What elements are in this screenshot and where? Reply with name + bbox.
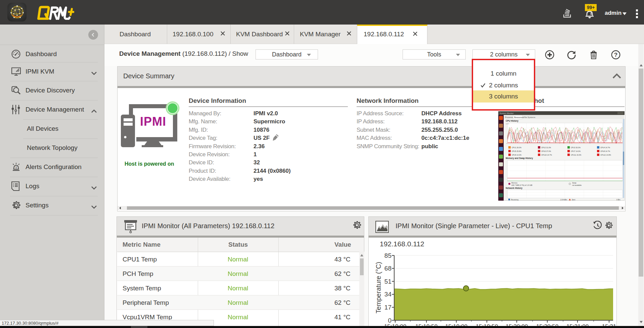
svg-text:File Systems: File Systems [524,116,535,118]
svg-text:85: 85 [384,252,392,259]
svg-text:17: 17 [384,304,392,311]
svg-text:106.7 MiB (2.7%) of 1.9 GiB: 106.7 MiB (2.7%) of 1.9 GiB [511,184,533,186]
svg-text:0 B/s: 0 B/s [616,199,620,201]
svg-text:68: 68 [384,265,392,272]
svg-text:CPU History: CPU History [506,120,518,122]
svg-text:Memory: Memory [511,182,518,184]
svg-text:Receiving: Receiving [511,199,518,201]
svg-text:?: ? [614,52,617,58]
svg-text:CPU4 14.7%: CPU4 14.7% [600,147,610,149]
svg-text:System Monitor: System Monitor [500,112,514,114]
svg-text:CPU12 14.8%: CPU12 14.8% [600,154,611,156]
svg-text:Sent: Sent [572,199,576,201]
svg-text:Network History: Network History [506,187,522,190]
svg-text:CPU11 15.3%: CPU11 15.3% [571,154,582,156]
svg-text:CPU6 37.0%: CPU6 37.0% [541,150,551,152]
svg-text:CPU2 31.0%: CPU2 31.0% [541,147,551,149]
svg-text:Temperature (°C): Temperature (°C) [375,262,382,314]
svg-text:not available: not available [572,184,582,186]
svg-text:!: ! [15,166,17,170]
svg-text:IPMI: IPMI [140,115,166,128]
svg-text:CPU10 14.7%: CPU10 14.7% [541,154,552,156]
svg-text:CPU5 25.8%: CPU5 25.8% [512,150,521,152]
svg-text:34: 34 [384,291,392,298]
svg-text:CPU9 14.3%: CPU9 14.3% [512,154,521,156]
svg-text:51: 51 [384,278,392,285]
svg-text:0: 0 [388,317,392,324]
svg-text:Resources: Resources [514,116,524,118]
svg-text:CPU1 26.0%: CPU1 26.0% [512,147,521,149]
svg-text:CPU8 14.7%: CPU8 14.7% [600,150,610,152]
svg-text:Swap: Swap [572,182,577,184]
svg-text:100%: 100% [506,123,509,125]
svg-text:CPU3 30.0%: CPU3 30.0% [571,147,581,149]
svg-text:2.9 KiB/s: 2.9 KiB/s [560,199,567,201]
svg-text:CPU7 14.0%: CPU7 14.0% [571,150,581,152]
svg-text:Memory and Swap History: Memory and Swap History [506,157,533,160]
